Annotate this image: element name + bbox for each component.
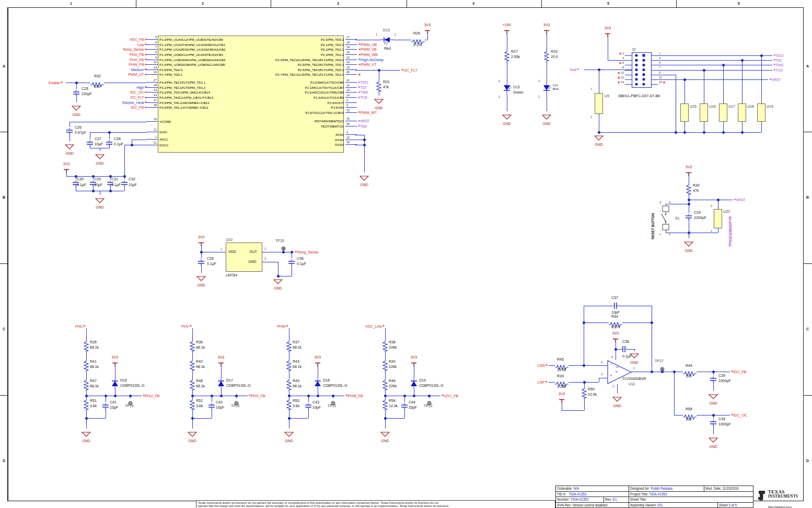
pin-number: 38 <box>154 103 157 107</box>
no-connect-icon: ✕ <box>663 80 665 85</box>
port-oc-flt: «OC_FLT <box>401 68 417 72</box>
pin-number: 24 <box>346 61 350 64</box>
pin-name: P2.3/PM_TD1.2 <box>195 53 345 56</box>
gnd-symbol: GND <box>78 430 94 443</box>
divider-column: PHV» R3668.1k R4268.1k R4868.1k »PHV_FB … <box>181 325 270 453</box>
net-port-label: PWM_VT <box>361 63 376 66</box>
gnd-symbol: GND <box>92 152 108 165</box>
pin-stub: 1 <box>146 139 158 140</box>
net-port-label: Electric_Heat <box>122 101 144 105</box>
pin-name: AVCC <box>158 137 168 141</box>
pin-name: P2.0/PM_TD0.2 <box>195 38 345 41</box>
val-S1: RESET BUTTON <box>651 203 655 239</box>
port-tdo: »TDO <box>773 53 783 57</box>
mcu-pin-row: P2.3/PM_TD1.2 20 «PWM_WB <box>195 52 384 57</box>
pin-stub: 34 <box>146 97 158 98</box>
pin-number: 12 <box>346 84 350 87</box>
pin-stub: 21 <box>146 132 158 132</box>
pin-name: AVSS <box>195 133 345 136</box>
row-label: A <box>3 64 5 68</box>
pin-number: 35 <box>346 122 350 125</box>
pin-number: 8 <box>622 66 624 69</box>
pin-number: 9 <box>659 71 660 74</box>
net-port-label: High-NoDelay <box>361 58 384 62</box>
port-test: Test» <box>570 67 578 72</box>
pin-number: 11 <box>346 78 350 82</box>
pin-number: 5 <box>659 61 660 64</box>
mcu-pin-row: P2.2/PM_TD1.1 19 «PWM_VB <box>195 47 384 52</box>
mcu-pin-row: PJ.6/TD1CLK/TD0.1/CB15 32 «PWM_WT <box>195 110 377 116</box>
gnd-symbol: GND <box>92 196 108 209</box>
pin-number: 29 <box>154 118 157 121</box>
pin-number: 10 <box>621 71 624 74</box>
mcu-pin-row: RST/NMI/SBWTDIO 36 «nRST <box>195 119 369 124</box>
gnd-symbol: GND <box>499 112 515 125</box>
no-connect-icon: ✕ <box>617 71 620 75</box>
gnd-symbol: GND <box>681 239 697 252</box>
pin-name: P2.5/PM_TEC0FLT0/PM_TD0.1 <box>195 63 345 66</box>
ref-U9: U9 <box>605 94 609 98</box>
ref-U11: U11 <box>629 382 635 386</box>
port-arrow-icon: « <box>358 110 359 114</box>
ref-TP17: TP17 <box>655 359 664 363</box>
col-label: 2 <box>202 2 204 5</box>
pin-name: PJ.4/XOUT <box>195 101 345 105</box>
port-arrow-icon: » <box>249 394 250 398</box>
net-port-label: PWM_WB <box>361 53 377 56</box>
no-connect-icon: ✕ <box>617 76 620 80</box>
port-arrow-icon: » <box>143 394 144 398</box>
mcu-pin-row: PJ.0/SMCLK/TDO/CB6 11 »TDO <box>195 80 377 85</box>
ref-TP15: TP15 <box>275 239 284 243</box>
pin-stub: 3 <box>345 107 357 108</box>
ref-D14: D14 <box>553 84 558 87</box>
pin-number: 9 <box>155 56 157 59</box>
pin-name: PJ.5/XIN <box>195 106 345 109</box>
pin-number: 1 <box>155 135 157 138</box>
fb-port: »PHV_FB <box>249 394 265 398</box>
pin-number: 21 <box>154 128 157 131</box>
pin-stub: 33 <box>146 92 158 93</box>
pin-stub: 23 <box>345 60 357 60</box>
gnd-symbol: GND <box>68 103 84 117</box>
pin-number: 16 <box>154 71 157 74</box>
pin-stub: 27 <box>146 82 158 83</box>
net-port-label: Temp_Sense <box>123 48 144 51</box>
pin-stub: 14 <box>345 97 357 98</box>
pin-stub: 2 <box>345 102 357 103</box>
esd-U9 <box>595 93 603 114</box>
port-idc-oc: »IDC_OC <box>731 413 747 417</box>
schematic-page: 1 2 3 4 5 6 A B C D A B C D VDC_FB» 5 P1… <box>0 0 812 508</box>
pin-number: 5 <box>155 36 157 39</box>
fb-port: »PHU_FB <box>143 394 159 398</box>
port-arrow-icon: « <box>358 57 360 62</box>
pin-number: 28 <box>154 84 157 87</box>
pin-stub: 10 <box>146 64 158 65</box>
phase-port: VDC_Link» <box>345 324 384 328</box>
pin-number: 2 <box>346 99 348 102</box>
ref-U15: U15 <box>690 105 697 108</box>
pin-name: P2.2/PM_TD1.1 <box>195 48 345 51</box>
col-label: 3 <box>337 2 339 5</box>
net-port-label: High <box>136 86 144 89</box>
net-port-label: Medium <box>131 68 144 72</box>
mcu-pin-row: DVSS 22 <box>195 137 369 143</box>
pin-stub: 11 <box>345 82 357 83</box>
ti-logo: TEXAS INSTRUMENTS <box>757 490 803 503</box>
gnd-symbol: GND <box>193 274 209 287</box>
mcu-pin-row: P2.1/PM_TD1.0 18 «PWM_UB <box>195 42 384 48</box>
esd-U20 <box>714 209 722 228</box>
pin-number: 19 <box>346 45 350 49</box>
pin-name: TEST/SBWTCK <box>195 124 345 128</box>
row-label: C <box>806 327 809 331</box>
no-connect-icon: ✕ <box>619 61 621 65</box>
pin-number: 12 <box>621 76 624 79</box>
mcu-pin-row: P2.4/PM_TEC0CLR/PM_TEC0FLT2/PM_TD0.0 23 … <box>195 57 384 62</box>
pin-stub: 15 <box>146 70 158 70</box>
row-label: D <box>3 459 5 463</box>
phase-port: PHU» <box>47 324 85 328</box>
pin-name: PJ.0/SMCLK/TDO/CB6 <box>195 80 345 84</box>
port-arrow-icon: » <box>358 85 359 89</box>
pin-number: 6 <box>155 41 157 44</box>
no-connect-icon: ✕ <box>617 80 620 85</box>
port-tms: »TMS <box>773 63 783 67</box>
